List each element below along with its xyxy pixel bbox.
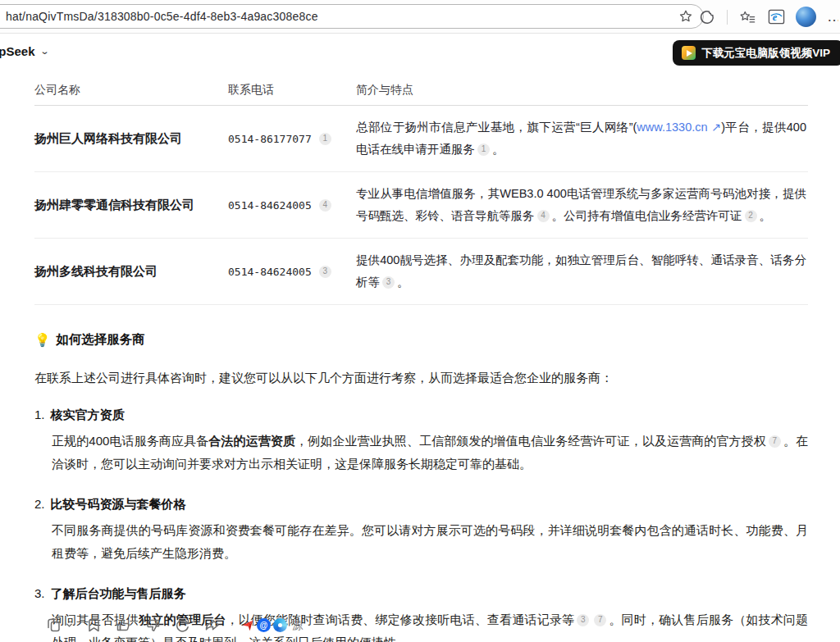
list-number: 2. [34, 497, 45, 511]
advice-item-titleline: 1.核实官方资质 [34, 408, 808, 423]
company-name: 扬州多线科技有限公司 [34, 264, 228, 280]
company-name: 扬州巨人网络科技有限公司 [34, 131, 228, 147]
table-body: 扬州巨人网络科技有限公司0514-861770771总部位于扬州市信息产业基地，… [34, 106, 808, 305]
text-span: 总部位于扬州市信息产业基地，旗下运营“巨人网络”( [356, 121, 637, 134]
company-description: 提供400靓号选择、办理及配套功能，如独立管理后台、智能呼转、通话录音、话务分析… [356, 244, 808, 298]
bookmark-star-icon[interactable] [677, 7, 695, 25]
contact-phone: 0514-846240053 [228, 266, 356, 278]
share-button[interactable] [203, 617, 221, 634]
table-row: 扬州肆零零通信科技有限公司0514-846240054专业从事电信增值服务，其W… [34, 172, 808, 239]
contact-phone: 0514-861770771 [228, 133, 356, 145]
source-favicon-teal [273, 618, 287, 632]
citation-badge[interactable]: 3 [382, 276, 395, 289]
url-text[interactable]: hat/naQivTmsDa/318308b0-0c5e-4df4-8eb3-4… [6, 10, 677, 23]
advice-heading: 💡 如何选择服务商 [34, 331, 808, 348]
company-description: 专业从事电信增值服务，其WEB3.0 400电话管理系统与多家运营商号码池对接，… [356, 178, 808, 232]
download-app-label: 下载元宝电脑版领视频VIP [701, 46, 830, 61]
citation-badge[interactable]: 4 [537, 210, 550, 222]
advice-section: 💡 如何选择服务商 在联系上述公司进行具体咨询时，建议您可以从以下几个方面进行考… [34, 331, 808, 642]
advice-heading-text: 如何选择服务商 [56, 331, 145, 348]
copy-button[interactable] [45, 617, 73, 634]
list-number: 1. [34, 408, 45, 421]
address-bar[interactable]: hat/naQivTmsDa/318308b0-0c5e-4df4-8eb3-4… [0, 4, 704, 29]
advice-list: 1.核实官方资质正规的400电话服务商应具备合法的运营资质，例如企业营业执照、工… [34, 408, 808, 642]
citation-badge[interactable]: 4 [319, 199, 331, 212]
bold-text: 合法的运营资质 [208, 434, 295, 448]
table-header-row: 公司名称 联系电话 简介与特点 [34, 74, 808, 106]
bookmark-button[interactable] [85, 617, 103, 634]
citation-badge[interactable]: 7 [594, 614, 606, 626]
advice-item: 2.比较号码资源与套餐价格不同服务商提供的号码库资源和资费套餐可能存在差异。您可… [34, 497, 808, 565]
citation-badge[interactable]: 1 [477, 143, 490, 156]
ie-mode-icon[interactable]: e [767, 8, 785, 26]
app-header: epSeek ⌄ 下载元宝电脑版领视频VIP [0, 34, 840, 72]
advice-item: 1.核实官方资质正规的400电话服务商应具备合法的运营资质，例如企业营业执照、工… [34, 408, 808, 476]
thumbs-up-button[interactable] [115, 617, 132, 634]
text-span: 。 [760, 209, 772, 222]
copy-icon [45, 617, 62, 634]
message-toolbar: @ 源 [45, 617, 303, 634]
advice-item-titleline: 3.了解后台功能与售后服务 [34, 586, 808, 602]
thumbs-up-icon [115, 617, 132, 634]
advice-item-titleline: 2.比较号码资源与套餐价格 [34, 497, 808, 512]
column-header-company: 公司名称 [34, 83, 228, 98]
column-header-intro: 简介与特点 [356, 83, 808, 98]
text-span: 不同服务商提供的号码库资源和资费套餐可能存在差异。您可以请对方展示可选的号码段，… [52, 523, 808, 560]
phone-number: 0514-86177077 [228, 133, 312, 145]
yuanbao-app-icon [682, 46, 696, 60]
text-span: ，例如企业营业执照、工信部颁发的增值电信业务经营许可证，以及运营商的官方授权 [295, 434, 766, 448]
text-span: 。 [492, 143, 504, 156]
regenerate-icon [174, 617, 191, 634]
citation-badge[interactable]: 1 [319, 133, 331, 145]
advice-item-title: 核实官方资质 [51, 408, 125, 423]
advice-item-title: 了解后台功能与售后服务 [51, 586, 186, 602]
citation-badge[interactable]: 3 [319, 266, 331, 278]
profile-avatar[interactable] [796, 7, 816, 27]
thumbs-down-button[interactable] [144, 617, 162, 634]
chevron-down-icon: ⌄ [39, 46, 49, 57]
citation-badge[interactable]: 3 [577, 614, 589, 626]
model-selector[interactable]: epSeek ⌄ [0, 44, 48, 58]
source-favicon-red [240, 619, 254, 632]
lightbulb-emoji-icon: 💡 [34, 333, 50, 348]
text-span: 提供400靓号选择、办理及配套功能，如独立管理后台、智能呼转、通话录音、话务分析… [356, 253, 806, 289]
phone-number: 0514-84624005 [228, 199, 312, 212]
company-description: 总部位于扬州市信息产业基地，旗下运营“巨人网络”(www.1330.cn ↗)平… [356, 112, 808, 166]
advice-intro: 在联系上述公司进行具体咨询时，建议您可以从以下几个方面进行考察，从而选择最适合您… [34, 371, 808, 386]
table-row: 扬州巨人网络科技有限公司0514-861770771总部位于扬州市信息产业基地，… [34, 106, 808, 172]
model-selector-label: epSeek [0, 44, 35, 58]
company-name: 扬州肆零零通信科技有限公司 [34, 198, 228, 213]
copy-chevron-icon [66, 622, 73, 629]
contact-phone: 0514-846240054 [228, 199, 356, 212]
sources-group[interactable]: @ 源 [240, 618, 303, 633]
list-number: 3. [34, 586, 45, 600]
download-app-button[interactable]: 下载元宝电脑版领视频VIP [673, 40, 840, 66]
advice-item-body: 不同服务商提供的号码库资源和资费套餐可能存在差异。您可以请对方展示可选的号码段，… [52, 519, 808, 565]
browser-chrome: hat/naQivTmsDa/318308b0-0c5e-4df4-8eb3-4… [0, 0, 840, 34]
table-row: 扬州多线科技有限公司0514-846240053提供400靓号选择、办理及配套功… [34, 239, 808, 305]
thumbs-down-icon [144, 617, 162, 634]
column-header-phone: 联系电话 [228, 83, 356, 98]
chat-message-content: 公司名称 联系电话 简介与特点 扬州巨人网络科技有限公司0514-8617707… [0, 72, 840, 642]
svg-text:e: e [772, 11, 777, 23]
text-span: 。公司持有增值电信业务经营许可证 [552, 209, 742, 222]
text-span: 正规的400电话服务商应具备 [52, 434, 208, 448]
phone-number: 0514-84624005 [228, 266, 312, 278]
sources-label: 源 [292, 618, 303, 633]
external-link[interactable]: www.1330.cn ↗ [637, 121, 721, 134]
divider [727, 10, 728, 25]
share-icon [203, 617, 221, 634]
browser-extensions-icon[interactable] [698, 8, 716, 26]
advice-item-title: 比较号码资源与套餐价格 [51, 497, 186, 512]
more-menu-icon[interactable]: … [827, 8, 838, 25]
favorites-star-icon[interactable] [738, 8, 756, 26]
bookmark-icon [85, 617, 103, 634]
regenerate-button[interactable] [174, 617, 191, 634]
source-favicon-blue: @ [257, 618, 271, 632]
text-span: 。 [397, 275, 409, 289]
advice-item-body: 正规的400电话服务商应具备合法的运营资质，例如企业营业执照、工信部颁发的增值电… [52, 430, 808, 476]
citation-badge[interactable]: 7 [769, 435, 781, 448]
citation-badge[interactable]: 2 [745, 210, 757, 222]
